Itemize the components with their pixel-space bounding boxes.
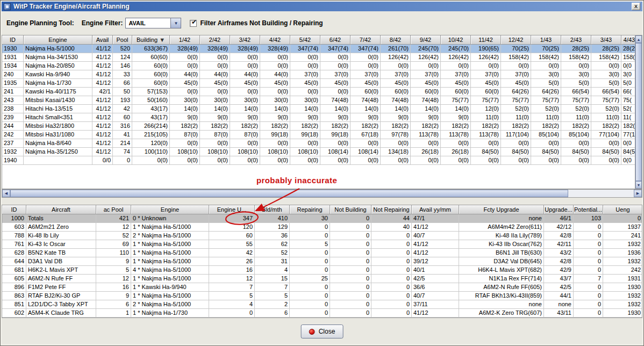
- table-row[interactable]: 239Hitachi Small<35141/126043(17)9(0)9(0…: [2, 113, 635, 122]
- column-header-not-building[interactable]: Not Building: [330, 205, 371, 214]
- column-header-id[interactable]: ID: [2, 205, 26, 214]
- table-row[interactable]: 243Mitsbsi Kasai/143041/1219350(160)30(0…: [2, 96, 635, 105]
- table-cell: A6M2-N Rufe FF: [26, 275, 96, 283]
- column-header-6-42[interactable]: 6/42: [320, 35, 350, 45]
- table-row[interactable]: 1930Nakjma Ha-5/100041/12520633(367)328(…: [2, 45, 635, 53]
- table-cell: Hitachi Ha-13/515: [24, 105, 92, 113]
- titlebar[interactable]: WitP Tracker Engine/Aircraft Planning X: [2, 2, 642, 11]
- table-row[interactable]: 644D3A1 Val DB91 * Nakjma Ha-5/100026310…: [2, 257, 642, 266]
- table-row[interactable]: 863RTAF BJ2/Ki-30 GP91 * Nakjma Ha-5/100…: [2, 292, 642, 300]
- column-header-7-42[interactable]: 7/42: [350, 35, 381, 45]
- table-row[interactable]: 603A6M2m21 Zero121 * Nakjma Ha-5/1000120…: [2, 223, 642, 232]
- vertical-scroll-track[interactable]: [635, 43, 642, 181]
- engine-vertical-scrollbar[interactable]: ▲ ▼: [635, 35, 642, 189]
- column-header-avail[interactable]: Avail: [92, 35, 113, 45]
- table-cell: 55: [209, 240, 255, 249]
- table-row[interactable]: 605A6M2-N Rufe FF121 * Nakjma Ha-5/10001…: [2, 275, 642, 283]
- table-cell: 9: [96, 257, 131, 266]
- column-header-fcty-upgrade[interactable]: Fcty Upgrade: [459, 205, 544, 214]
- column-header-ac-pool[interactable]: ac Pool: [96, 205, 131, 214]
- filter-airframes-checkbox-group[interactable]: ✔ Filter Airframes Not Building / Repair…: [190, 19, 323, 27]
- table-row[interactable]: 628B5N2 Kate TB1101 * Nakjma Ha-5/100042…: [2, 249, 642, 257]
- table-row[interactable]: 240Kawski Ha-9/94041/123360(0)44(0)44(0)…: [2, 70, 635, 79]
- table-cell: 0(0): [411, 139, 441, 148]
- table-cell: 238: [2, 105, 24, 113]
- column-header-engine[interactable]: Engine: [24, 35, 92, 45]
- table-cell: 60(0): [381, 88, 411, 96]
- table-cell: 633(367): [132, 45, 170, 53]
- table-row[interactable]: 602A5M4-K Claude TRG11 * Nakjma Ha-1/730…: [2, 309, 642, 318]
- table-row[interactable]: 681H6K2-L Mavis XPT54 * Nakjma Ha-5/1000…: [2, 266, 642, 275]
- table-row[interactable]: 238Hitachi Ha-13/51541/124243(17)14(0)14…: [2, 105, 635, 113]
- column-header-9-42[interactable]: 9/42: [411, 35, 441, 45]
- column-header-potential[interactable]: Potential...: [574, 205, 603, 214]
- table-row[interactable]: 1000Totals4210 * Unknown3474103004447/1n…: [2, 214, 642, 223]
- table-row[interactable]: 1931Nakjma Ha-34/153041/1212460(60)0(0)0…: [2, 53, 635, 62]
- close-button[interactable]: Close: [301, 325, 344, 338]
- column-header-upgrade[interactable]: Upgrade...: [544, 205, 574, 214]
- scroll-left-button[interactable]: ◀: [2, 190, 10, 197]
- column-header-bld-mth[interactable]: Bld/mth: [255, 205, 290, 214]
- table-row[interactable]: 244Mitsbsi Ha32/180041/12316266(214)182(…: [2, 122, 635, 131]
- table-cell: 26(18): [441, 148, 471, 156]
- table-row[interactable]: 19400/000(0)0(0)0(0)0(0)0(0)0(0)0(0)0(0)…: [2, 156, 635, 165]
- scroll-right-button[interactable]: ▶: [634, 190, 642, 197]
- engine-filter-combobox[interactable]: AVAIL ▼: [125, 18, 181, 28]
- column-header-8-42[interactable]: 8/42: [381, 35, 411, 45]
- column-header-10-42[interactable]: 10/42: [441, 35, 471, 45]
- table-cell: 45(0): [290, 79, 320, 88]
- table-row[interactable]: 237Nakjma Ha-8/64041/12214120(0)0(0)0(0)…: [2, 139, 635, 148]
- chevron-down-icon: ▼: [174, 21, 178, 26]
- column-header-ueng[interactable]: Ueng: [603, 205, 642, 214]
- combo-dropdown-button[interactable]: ▼: [170, 18, 181, 28]
- scroll-down-button[interactable]: ▼: [635, 181, 642, 189]
- table-row[interactable]: 788Ki-48 Ib Lily522 * Nakjma Ha-5/100060…: [2, 232, 642, 240]
- column-header-2-42[interactable]: 2/42: [200, 35, 230, 45]
- column-header-not-repairing[interactable]: Not Repairing: [371, 205, 412, 214]
- table-row[interactable]: 241Kawski Ha-40/117542/15057(153)0(0)0(0…: [2, 88, 635, 96]
- column-header-avail-yy-mm[interactable]: Avail yy/mm: [412, 205, 459, 214]
- table-cell: 40: [371, 223, 412, 232]
- table-cell: 85(104): [561, 131, 591, 139]
- table-cell: 67(18): [350, 131, 381, 139]
- table-cell: 75(77): [441, 96, 471, 105]
- table-row[interactable]: 1934Nakjma Ha-20/85041/1214660(0)0(0)0(0…: [2, 62, 635, 70]
- table-row[interactable]: 1932Nakjma Ha-35/125041/1274100(110)108(…: [2, 148, 635, 156]
- column-header-3-42[interactable]: 3/42: [230, 35, 260, 45]
- column-header-11-42[interactable]: 11/42: [471, 35, 501, 45]
- scroll-up-button[interactable]: ▲: [635, 35, 642, 43]
- column-header-engine-u[interactable]: Engine U...: [209, 205, 255, 214]
- column-header-12-42[interactable]: 12/42: [501, 35, 531, 45]
- column-header-2-43[interactable]: 2/43: [561, 35, 591, 45]
- table-cell: 50: [113, 88, 132, 96]
- column-header-4-43[interactable]: 4/43: [621, 35, 635, 45]
- engine-horizontal-scrollbar[interactable]: ◀ ▶: [2, 189, 642, 198]
- table-cell: Nakjma Ha-5/1000: [24, 45, 92, 53]
- table-cell: 0: [574, 249, 603, 257]
- column-header-1-43[interactable]: 1/43: [531, 35, 561, 45]
- table-cell: 45(0): [260, 79, 290, 88]
- table-row[interactable]: 761Ki-43 Ic Oscar691 * Nakjma Ha-5/10005…: [2, 240, 642, 249]
- table-row[interactable]: 851L2D1/DC-3 Tabby XPT62 * Nakjma Ha-5/1…: [2, 300, 642, 309]
- column-header-1-42[interactable]: 1/42: [170, 35, 200, 45]
- vertical-scroll-thumb[interactable]: [635, 43, 642, 181]
- column-header-building[interactable]: Building▼: [132, 35, 170, 45]
- column-header-pool[interactable]: Pool: [113, 35, 132, 45]
- horizontal-scroll-thumb[interactable]: [10, 190, 568, 197]
- column-header-3-43[interactable]: 3/43: [591, 35, 621, 45]
- window-close-button[interactable]: X: [632, 3, 640, 10]
- table-cell: 146: [113, 62, 132, 70]
- horizontal-scroll-track[interactable]: [10, 190, 634, 197]
- column-header-engine[interactable]: Engine: [131, 205, 209, 214]
- table-row[interactable]: 1935Nakjma Ha-1/73041/126660(0)45(0)45(0…: [2, 79, 635, 88]
- table-cell: L2D1/DC-3 Tabby XPT: [26, 300, 96, 309]
- column-header-repairing[interactable]: Repairing: [290, 205, 330, 214]
- table-row[interactable]: 896F1M2 Pete FF161 * Kawski Ha-9/9407700…: [2, 283, 642, 292]
- table-cell: 84(50): [531, 148, 561, 156]
- column-header-4-42[interactable]: 4/42: [260, 35, 290, 45]
- table-row[interactable]: 242Mitsbsi Ha31/108041/1241215(105)87(0)…: [2, 131, 635, 139]
- column-header-aircraft[interactable]: Aircraft: [26, 205, 96, 214]
- column-header-id[interactable]: ID: [2, 35, 24, 45]
- column-header-5-42[interactable]: 5/42: [290, 35, 320, 45]
- filter-airframes-checkbox[interactable]: ✔: [190, 20, 197, 27]
